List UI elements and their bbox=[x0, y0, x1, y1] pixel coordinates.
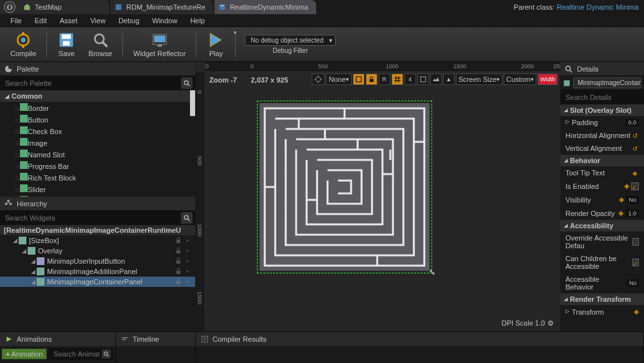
details-search-input[interactable] bbox=[563, 92, 644, 103]
add-animation-button[interactable]: +Animation bbox=[2, 349, 46, 359]
selection-bounds[interactable]: ⤡ bbox=[257, 101, 432, 273]
palette-item[interactable]: ☆Text bbox=[0, 195, 195, 197]
palette-item[interactable]: ☆Named Slot bbox=[0, 148, 195, 160]
prop-visibility[interactable]: Visibility◈No bbox=[560, 193, 644, 206]
palette-item[interactable]: ☆Check Box bbox=[0, 125, 195, 137]
tab-realtime-minimap[interactable]: RealtimeDynamicMinima bbox=[214, 0, 316, 14]
search-icon[interactable] bbox=[181, 212, 193, 224]
prop-children-access[interactable]: Can Children be Accessible bbox=[560, 252, 644, 273]
hierarchy-item[interactable]: ◢Overlay bbox=[0, 246, 195, 256]
hierarchy-item[interactable]: ◢MinimapImageContainerPanel bbox=[0, 277, 195, 287]
parent-class-link[interactable]: Realtime Dynamic Minima bbox=[556, 3, 639, 11]
prop-opacity[interactable]: Render Opacity◈1.0 bbox=[560, 206, 644, 220]
favorite-icon[interactable]: ☆Progress Bar bbox=[14, 161, 69, 170]
prop-padding[interactable]: ▷Padding0.0 bbox=[560, 116, 644, 129]
menu-help[interactable]: Help bbox=[184, 15, 211, 26]
category-slot[interactable]: Slot (Overlay Slot) bbox=[560, 104, 644, 116]
palette-item[interactable]: ☆Slider bbox=[0, 183, 195, 195]
debug-object-dropdown[interactable]: No debug object selected bbox=[245, 35, 336, 46]
tree-toggle-icon[interactable]: ◢ bbox=[31, 268, 34, 275]
bind-icon[interactable]: ◈ bbox=[618, 209, 623, 217]
dpi-settings-icon[interactable]: ⚙ bbox=[547, 319, 554, 327]
palette-item[interactable]: ☆Border bbox=[0, 102, 195, 113]
menu-debug[interactable]: Debug bbox=[112, 15, 146, 26]
menu-window[interactable]: Window bbox=[146, 15, 184, 26]
visibility-icon[interactable] bbox=[184, 278, 191, 286]
favorite-icon[interactable]: ☆Slider bbox=[14, 184, 46, 193]
palette-item[interactable]: ☆Button bbox=[0, 113, 195, 125]
lock-icon[interactable] bbox=[175, 268, 182, 275]
prop-tooltip[interactable]: Tool Tip Text◈ bbox=[560, 166, 644, 179]
prop-enabled[interactable]: Is Enabled◈ bbox=[560, 179, 644, 193]
hierarchy-panel-header[interactable]: Hierarchy bbox=[0, 197, 195, 211]
search-icon[interactable] bbox=[181, 77, 193, 89]
hierarchy-search-input[interactable] bbox=[3, 213, 181, 223]
reset-icon[interactable]: ↺ bbox=[632, 132, 639, 139]
play-button[interactable]: Play ▾ bbox=[200, 28, 231, 60]
animation-search-input[interactable] bbox=[51, 349, 102, 359]
palette-item[interactable]: ☆Image bbox=[0, 137, 195, 148]
viewport[interactable]: 005001000150020002500 050010001500 Zoom … bbox=[195, 62, 560, 331]
tree-toggle-icon[interactable]: ◢ bbox=[13, 237, 16, 244]
hierarchy-item[interactable]: ◢MinimapUserInputButton bbox=[0, 256, 195, 266]
prop-override-access[interactable]: Override Accessible Defau bbox=[560, 231, 644, 252]
hierarchy-root[interactable]: [RealtimeDynamicMinimapImageContainerRun… bbox=[0, 225, 195, 235]
favorite-icon[interactable]: ☆Rich Text Block bbox=[14, 173, 76, 182]
category-render-transform[interactable]: Render Transform bbox=[560, 293, 644, 305]
compile-button[interactable]: Compile bbox=[4, 28, 43, 60]
save-button[interactable]: Save bbox=[51, 28, 82, 60]
visibility-icon[interactable] bbox=[184, 237, 191, 244]
hierarchy-item[interactable]: ◢MinimapImageAdditionPanel bbox=[0, 266, 195, 277]
browse-button[interactable]: Browse bbox=[82, 28, 118, 60]
unreal-logo-icon[interactable] bbox=[0, 0, 19, 14]
override-checkbox[interactable] bbox=[632, 238, 639, 246]
expand-icon[interactable]: ▷ bbox=[565, 308, 569, 316]
scrollbar[interactable] bbox=[190, 90, 195, 197]
palette-search-input[interactable] bbox=[3, 78, 181, 88]
lock-icon[interactable] bbox=[175, 278, 182, 286]
palette-item[interactable]: ☆Rich Text Block bbox=[0, 172, 195, 183]
animations-tab[interactable]: Animations bbox=[0, 332, 115, 346]
favorite-icon[interactable]: ☆Button bbox=[14, 115, 48, 124]
palette-panel-header[interactable]: Palette bbox=[0, 62, 195, 76]
menu-edit[interactable]: Edit bbox=[28, 15, 53, 26]
category-accessibility[interactable]: Accessibility bbox=[560, 220, 644, 231]
compiler-tab[interactable]: Compiler Results bbox=[196, 332, 643, 346]
bind-icon[interactable]: ◈ bbox=[619, 195, 624, 204]
visibility-icon[interactable] bbox=[184, 257, 191, 265]
favorite-icon[interactable]: ☆Image bbox=[14, 138, 48, 147]
bind-icon[interactable]: ◈ bbox=[624, 182, 629, 190]
timeline-tab[interactable]: Timeline bbox=[116, 332, 195, 346]
reset-icon[interactable]: ↺ bbox=[632, 145, 639, 152]
favorite-icon[interactable]: ☆Border bbox=[14, 103, 49, 112]
enabled-checkbox[interactable] bbox=[631, 182, 639, 190]
prop-access-behavior[interactable]: Accessible BehaviorNo bbox=[560, 273, 644, 293]
lock-icon[interactable] bbox=[175, 257, 182, 265]
children-checkbox[interactable] bbox=[632, 259, 639, 266]
visibility-icon[interactable] bbox=[184, 247, 191, 255]
menu-file[interactable]: File bbox=[4, 15, 28, 26]
menu-view[interactable]: View bbox=[84, 15, 112, 26]
tab-testmap[interactable]: TestMap bbox=[19, 0, 109, 14]
favorite-icon[interactable]: ☆Text bbox=[14, 196, 41, 197]
bind-icon[interactable]: ◈ bbox=[634, 308, 639, 316]
bind-icon[interactable]: ◈ bbox=[632, 170, 639, 176]
hierarchy-item[interactable]: ◢[SizeBox] bbox=[0, 235, 195, 246]
prop-transform[interactable]: ▷Transform◈ bbox=[560, 305, 644, 319]
tree-toggle-icon[interactable]: ◢ bbox=[22, 248, 25, 254]
menu-asset[interactable]: Asset bbox=[53, 15, 84, 26]
lock-icon[interactable] bbox=[175, 247, 182, 255]
lock-icon[interactable] bbox=[175, 237, 182, 244]
widget-reflector-button[interactable]: Widget Reflector bbox=[127, 28, 192, 60]
category-behavior[interactable]: Behavior bbox=[560, 155, 644, 166]
resize-handle-icon[interactable]: ⤡ bbox=[429, 268, 435, 277]
play-dropdown-icon[interactable]: ▾ bbox=[234, 30, 236, 35]
tree-toggle-icon[interactable]: ◢ bbox=[31, 258, 34, 264]
tree-toggle-icon[interactable]: ◢ bbox=[31, 279, 34, 285]
palette-category-common[interactable]: Common bbox=[0, 90, 195, 102]
search-icon[interactable] bbox=[102, 349, 111, 358]
details-panel-header[interactable]: Details bbox=[560, 62, 644, 76]
prop-halign[interactable]: Horizontal Alignment↺ bbox=[560, 129, 644, 142]
selected-widget-name[interactable]: MinimapImageContaine bbox=[573, 77, 641, 88]
expand-icon[interactable]: ▷ bbox=[565, 119, 569, 126]
